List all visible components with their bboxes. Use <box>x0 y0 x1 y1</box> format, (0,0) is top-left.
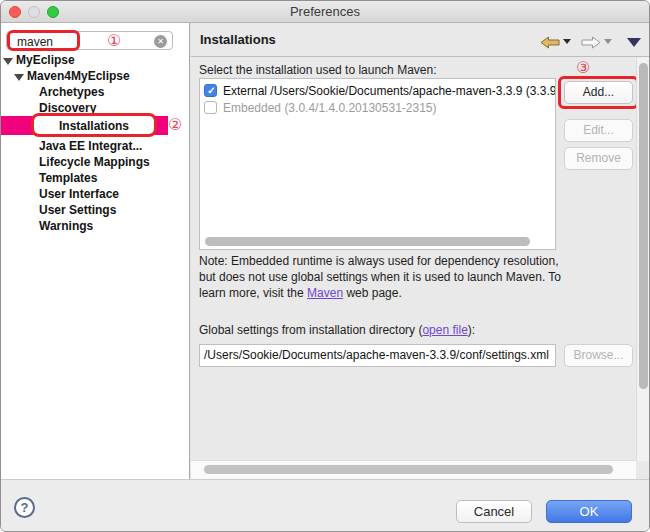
back-arrow-icon[interactable] <box>540 36 560 49</box>
window-title: Preferences <box>1 4 649 19</box>
global-settings-label: Global settings from installation direct… <box>199 323 475 337</box>
annotation-box-installations: Installations <box>31 113 157 137</box>
annotation-number-3: ③ <box>576 59 590 77</box>
annotation-box-add <box>558 76 639 109</box>
installation-row-embedded[interactable]: Embedded (3.0.4/1.4.0.20130531-2315) <box>204 100 556 117</box>
installations-list: External /Users/Sookie/Documents/apache-… <box>199 78 556 250</box>
edit-button[interactable]: Edit... <box>564 119 633 142</box>
embedded-runtime-note: Note: Embedded runtime is always used fo… <box>199 253 571 301</box>
sidebar: maven ① MyEclipse Maven4MyEclipse Archet… <box>1 23 190 479</box>
forward-arrow-icon[interactable] <box>581 36 601 49</box>
panel-horizontal-scrollbar-track[interactable] <box>191 460 636 479</box>
ok-button[interactable]: OK <box>546 500 632 523</box>
sidebar-item-myeclipse[interactable]: MyEclipse <box>3 52 75 68</box>
sidebar-item-installations[interactable]: Installations <box>1 116 168 135</box>
installations-panel: Installations Select the installation us… <box>191 23 650 479</box>
panel-header: Installations <box>191 23 650 57</box>
installation-row-external[interactable]: External /Users/Sookie/Documents/apache-… <box>204 83 556 100</box>
annotation-number-1: ① <box>107 32 121 50</box>
sidebar-item-archetypes[interactable]: Archetypes <box>39 84 104 100</box>
sidebar-item-lifecycle-mappings[interactable]: Lifecycle Mappings <box>39 154 150 170</box>
cancel-button[interactable]: Cancel <box>456 500 532 523</box>
help-button[interactable]: ? <box>14 497 35 518</box>
sidebar-item-maven4myeclipse[interactable]: Maven4MyEclipse <box>14 68 130 84</box>
maven-link[interactable]: Maven <box>307 286 343 300</box>
sidebar-item-user-interface[interactable]: User Interface <box>39 186 119 202</box>
forward-dropdown-icon[interactable] <box>604 39 612 44</box>
checkbox-checked-icon[interactable] <box>204 84 217 97</box>
page-title: Installations <box>200 32 276 47</box>
preferences-window: Preferences maven ① MyEclipse Maven4MyEc… <box>0 0 650 532</box>
sidebar-item-templates[interactable]: Templates <box>39 170 97 186</box>
global-settings-path-field[interactable]: /Users/Sookie/Documents/apache-maven-3.3… <box>199 344 556 367</box>
back-dropdown-icon[interactable] <box>563 39 571 44</box>
open-file-link[interactable]: open file <box>422 323 467 337</box>
footer-bar: ? Cancel OK <box>1 479 649 532</box>
panel-horizontal-scrollbar-thumb[interactable] <box>204 465 613 474</box>
panel-vertical-scrollbar-thumb[interactable] <box>639 63 648 389</box>
annotation-box-search <box>7 30 80 51</box>
browse-button[interactable]: Browse... <box>564 344 633 367</box>
clear-search-icon[interactable] <box>154 35 167 48</box>
checkbox-unchecked-icon[interactable] <box>204 101 217 114</box>
select-installation-label: Select the installation used to launch M… <box>199 63 436 77</box>
titlebar: Preferences <box>1 1 649 23</box>
remove-button[interactable]: Remove <box>564 147 633 170</box>
expand-triangle-icon[interactable] <box>3 58 13 65</box>
expand-triangle-icon[interactable] <box>14 74 24 81</box>
sidebar-item-javaee-integration[interactable]: Java EE Integrat... <box>39 138 142 154</box>
list-horizontal-scrollbar[interactable] <box>205 237 530 246</box>
sidebar-item-user-settings[interactable]: User Settings <box>39 202 116 218</box>
panel-vertical-scrollbar-track[interactable] <box>636 57 650 461</box>
sidebar-item-warnings[interactable]: Warnings <box>39 218 93 234</box>
annotation-number-2: ② <box>168 116 182 134</box>
view-menu-icon[interactable] <box>627 38 641 47</box>
header-nav-icons <box>540 33 641 47</box>
